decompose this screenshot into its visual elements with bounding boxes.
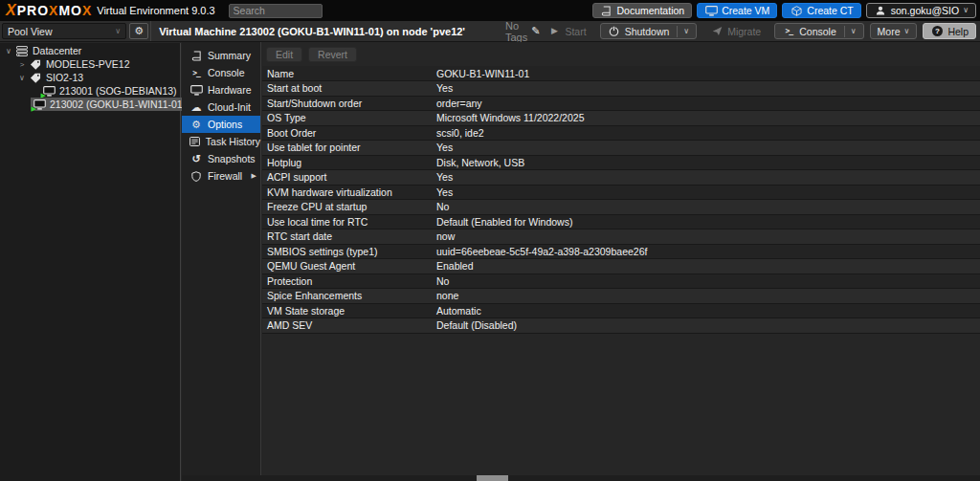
nav-item-hardware[interactable]: Hardware — [182, 81, 260, 98]
option-value: GOKU-B1-WIN11-01 — [432, 66, 980, 81]
nav-item-firewall[interactable]: Firewall▶ — [182, 167, 260, 185]
option-label: Use tablet for pointer — [262, 141, 432, 156]
option-row-os-type[interactable]: OS TypeMicrosoft Windows 11/2022/2025 — [262, 111, 980, 126]
option-row-start-at-boot[interactable]: Start at bootYes — [262, 81, 980, 97]
option-label: OS Type — [262, 111, 432, 126]
vm-titlebar: Virtual Machine 213002 (GOKU-B1-WIN11-01… — [151, 21, 980, 41]
vm-running-icon: ▶ — [33, 99, 46, 110]
option-value: none — [432, 289, 980, 304]
search-input[interactable] — [229, 4, 323, 18]
option-row-smbios-settings-type1-[interactable]: SMBIOS settings (type1)uuid=66eebeae-5c5… — [262, 244, 980, 259]
tree-item-213001-sog-debian13-[interactable]: ▶213001 (SOG-DEBIAN13) — [0, 84, 180, 98]
nav-item-snapshots[interactable]: ↺Snapshots — [182, 150, 260, 167]
tree-settings-button[interactable]: ⚙ — [129, 23, 148, 39]
option-value: Default (Disabled) — [432, 318, 980, 334]
option-row-qemu-guest-agent[interactable]: QEMU Guest AgentEnabled — [262, 259, 980, 274]
create-vm-label: Create VM — [722, 5, 769, 16]
option-label: Boot Order — [262, 125, 432, 141]
tree-item-label: 213002 (GOKU-B1-WIN11-01) — [50, 98, 186, 110]
send-icon — [710, 26, 724, 36]
nav-item-label: Console — [208, 67, 245, 78]
option-row-freeze-cpu-at-startup[interactable]: Freeze CPU at startupNo — [262, 200, 980, 215]
chevron-down-icon[interactable]: ∨ — [17, 74, 27, 82]
option-value: now — [432, 230, 980, 245]
tree-item-body: MODELES-PVE12 — [27, 57, 180, 71]
option-row-start-shutdown-order[interactable]: Start/Shutdown orderorder=any — [262, 96, 980, 111]
option-value: uuid=66eebeae-5c5f-49a2-a398-a2309baee26… — [432, 244, 980, 259]
nav-item-label: Summary — [208, 50, 251, 61]
option-label: Freeze CPU at startup — [262, 200, 432, 215]
user-menu-button[interactable]: son.goku@SIO ∨ — [866, 3, 976, 18]
tree-item-sio2-13[interactable]: ∨SIO2-13 — [0, 71, 180, 84]
option-row-rtc-start-date[interactable]: RTC start datenow — [262, 230, 980, 245]
tree-item-213002-goku-b1-win11-01-[interactable]: ▶213002 (GOKU-B1-WIN11-01) — [0, 98, 180, 111]
nav-item-summary[interactable]: Summary — [182, 47, 260, 64]
start-button[interactable]: ▶Start — [540, 23, 593, 39]
option-label: KVM hardware virtualization — [262, 185, 432, 200]
console-button[interactable]: >_Console∨ — [774, 23, 863, 39]
option-label: AMD SEV — [262, 318, 432, 334]
option-value: Yes — [432, 185, 980, 200]
shutdown-button[interactable]: Shutdown∨ — [600, 23, 698, 39]
option-row-boot-order[interactable]: Boot Orderscsi0, ide2 — [262, 125, 980, 141]
view-mode-select[interactable]: Pool View ∨ — [2, 23, 126, 39]
create-ct-button[interactable]: Create CT — [782, 3, 860, 18]
option-row-name[interactable]: NameGOKU-B1-WIN11-01 — [262, 66, 980, 81]
horizontal-scrollbar-thumb[interactable] — [477, 475, 508, 481]
pool-icon — [29, 59, 42, 70]
more-button[interactable]: More∨ — [870, 23, 918, 39]
tree-item-body: ▶213002 (GOKU-B1-WIN11-01) — [31, 98, 188, 111]
tags-editor[interactable]: No Tags ✎ — [505, 20, 540, 43]
nav-item-label: Firewall — [208, 170, 242, 182]
tree-item-modeles-pve12[interactable]: >MODELES-PVE12 — [0, 57, 180, 71]
nav-item-options[interactable]: ⚙Options — [182, 116, 260, 133]
chevron-right-icon[interactable]: > — [17, 60, 27, 69]
create-ct-label: Create CT — [807, 5, 853, 16]
option-row-kvm-hardware-virtualization[interactable]: KVM hardware virtualizationYes — [262, 185, 980, 200]
edit-button[interactable]: Edit — [266, 47, 302, 62]
option-row-use-tablet-for-pointer[interactable]: Use tablet for pointerYes — [262, 141, 980, 156]
terminal-icon: >_ — [189, 69, 203, 77]
chevron-down-icon: ∨ — [115, 28, 121, 35]
revert-button[interactable]: Revert — [308, 47, 357, 62]
option-value: No — [432, 200, 980, 215]
documentation-button[interactable]: Documentation — [592, 3, 693, 18]
nav-item-label: Cloud-Init — [208, 101, 251, 113]
book-icon — [189, 51, 203, 61]
option-row-acpi-support[interactable]: ACPI supportYes — [262, 170, 980, 186]
option-row-use-local-time-for-rtc[interactable]: Use local time for RTCDefault (Enabled f… — [262, 214, 980, 230]
option-value: Disk, Network, USB — [432, 155, 980, 170]
chevron-down-icon: ∨ — [904, 28, 910, 35]
proxmox-logo[interactable]: X PROXMOX — [6, 2, 92, 19]
horizontal-scrollbar[interactable] — [182, 475, 980, 481]
pool-icon — [29, 73, 42, 83]
tree-item-body: Datacenter — [13, 44, 180, 57]
nav-item-task-history[interactable]: Task History — [182, 133, 260, 150]
tree-item-body: SIO2-13 — [27, 71, 180, 84]
gear-icon: ⚙ — [189, 120, 203, 130]
nav-item-label: Snapshots — [208, 153, 256, 164]
nav-item-console[interactable]: >_Console — [182, 64, 260, 81]
cloud-icon: ☁ — [189, 102, 203, 113]
option-label: RTC start date — [262, 230, 432, 245]
migrate-button[interactable]: Migrate — [702, 23, 768, 39]
user-label: son.goku@SIO — [891, 5, 959, 16]
help-button[interactable]: ?Help — [923, 23, 976, 39]
chevron-down-icon[interactable]: ∨ — [4, 47, 13, 55]
option-row-protection[interactable]: ProtectionNo — [262, 273, 980, 289]
resource-tree: ∨Datacenter>MODELES-PVE12∨SIO2-13▶213001… — [0, 43, 181, 481]
nav-item-cloud-init[interactable]: ☁Cloud-Init — [182, 98, 260, 116]
option-row-amd-sev[interactable]: AMD SEVDefault (Disabled) — [262, 318, 980, 334]
split-divider — [844, 26, 845, 37]
option-row-vm-state-storage[interactable]: VM State storageAutomatic — [262, 303, 980, 318]
vm-running-icon: ▶ — [42, 86, 56, 97]
create-vm-button[interactable]: Create VM — [697, 3, 777, 18]
option-row-hotplug[interactable]: HotplugDisk, Network, USB — [262, 155, 980, 170]
tree-item-datacenter[interactable]: ∨Datacenter — [0, 44, 180, 57]
option-label: SMBIOS settings (type1) — [262, 244, 432, 259]
shield-icon — [189, 171, 203, 182]
option-label: QEMU Guest Agent — [262, 259, 432, 274]
option-value: Yes — [432, 141, 980, 156]
option-row-spice-enhancements[interactable]: Spice Enhancementsnone — [262, 289, 980, 304]
option-value: No — [432, 273, 980, 289]
